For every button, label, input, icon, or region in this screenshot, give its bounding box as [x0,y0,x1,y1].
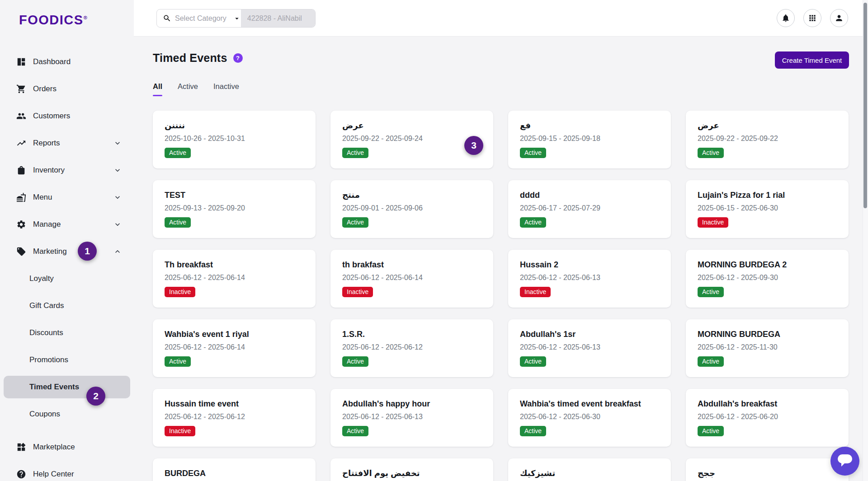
event-dates: 2025-06-12 - 2025-09-30 [698,274,837,282]
sidebar-item-label: Discounts [29,328,63,337]
sidebar-item-manage[interactable]: Manage [0,211,134,238]
category-select-label: Select Category [175,14,226,23]
status-badge: Active [165,217,191,228]
status-badge: Inactive [342,287,373,297]
sidebar-item-promotions[interactable]: Promotions [0,346,134,374]
branch-search-input[interactable] [241,9,315,27]
sidebar-item-help-center[interactable]: Help Center [0,461,134,481]
create-timed-event-button[interactable]: Create Timed Event [775,51,849,69]
sidebar-item-label: Loyalty [29,274,54,283]
status-badge: Active [698,287,724,297]
event-card[interactable]: تشيزكيك [508,458,671,481]
help-icon[interactable]: ? [233,53,243,63]
event-card[interactable]: 1.S.R.2025-06-12 - 2025-06-12Active [330,319,493,377]
sidebar-nav: DashboardOrdersCustomersReportsInventory… [0,48,134,481]
event-card[interactable]: Hussain 22025-06-12 - 2025-06-13Inactive [508,250,671,308]
event-card[interactable]: عرض2025-09-22 - 2025-09-24Active3 [330,111,493,168]
event-dates: 2025-06-12 - 2025-06-12 [342,343,481,351]
event-dates: 2025-06-12 - 2025-06-30 [520,413,659,421]
event-card[interactable]: dddd2025-06-17 - 2025-07-29Active [508,180,671,238]
event-title: ننننن [165,120,304,131]
sidebar-item-orders[interactable]: Orders [0,75,134,103]
sidebar: FOODICS® DashboardOrdersCustomersReports… [0,0,134,481]
scrollbar[interactable] [863,0,868,481]
event-card[interactable]: تخفيض يوم الافتتاح [330,458,493,481]
sidebar-item-label: Orders [33,84,57,93]
sidebar-item-label: Reports [33,139,60,148]
page-head: Timed Events ? [153,51,243,65]
sidebar-item-gift-cards[interactable]: Gift Cards [0,292,134,319]
event-title: Abdullah's 1sr [520,329,659,340]
chevron-down-icon [113,220,122,229]
event-card[interactable]: MORNING BURDEGA 22025-06-12 - 2025-09-30… [686,250,849,308]
sidebar-item-menu[interactable]: Menu [0,184,134,211]
sidebar-item-discounts[interactable]: Discounts [0,319,134,346]
sidebar-item-timed-events[interactable]: Timed Events2 [0,374,134,401]
event-card[interactable]: th brakfast2025-06-12 - 2025-06-14Inacti… [330,250,493,308]
event-title: th brakfast [342,259,481,270]
sidebar-item-coupons[interactable]: Coupons [0,401,134,428]
sidebar-item-label: Customers [33,112,70,121]
chevron-down-icon [113,166,122,175]
event-card[interactable]: عرض2025-09-22 - 2025-09-22Active [686,111,849,168]
event-card[interactable]: Abdullah's happy hour2025-06-12 - 2025-0… [330,389,493,447]
event-title: MORNING BURDEGA [698,329,837,340]
cart-icon [16,84,26,94]
event-title: Wahbia's event 1 riyal [165,329,304,340]
tab-all[interactable]: All [153,82,162,96]
annotation-badge-1: 1 [78,242,97,261]
category-select[interactable]: Select Category [157,9,241,27]
food-icon [16,192,26,202]
event-card[interactable]: MORNING BURDEGA2025-06-12 - 2025-11-30Ac… [686,319,849,377]
sidebar-item-label: Marketing [33,247,67,256]
event-card[interactable]: منتج2025-09-01 - 2025-09-06Active [330,180,493,238]
sidebar-item-label: Help Center [33,470,74,479]
main-content: Timed Events ? Create Timed Event AllAct… [134,37,868,481]
tab-active[interactable]: Active [178,82,198,96]
event-card[interactable]: TEST2025-09-13 - 2025-09-20Active [153,180,316,238]
sidebar-item-label: Coupons [29,410,60,419]
chevron-up-icon [113,247,122,256]
event-card[interactable]: Abdullah's 1sr2025-06-12 - 2025-06-13Act… [508,319,671,377]
notifications-button[interactable] [777,9,795,27]
event-card[interactable]: Hussain time event2025-06-12 - 2025-06-1… [153,389,316,447]
event-card[interactable]: ننننن2025-10-26 - 2025-10-31Active [153,111,316,168]
event-title: ججج [698,468,837,479]
event-dates: 2025-09-13 - 2025-09-20 [165,204,304,212]
apps-button[interactable] [803,9,821,27]
sidebar-item-customers[interactable]: Customers [0,103,134,130]
sidebar-item-loyalty[interactable]: Loyalty [0,265,134,292]
event-card[interactable]: Abdullah's breakfast2025-06-12 - 2025-06… [686,389,849,447]
sidebar-item-inventory[interactable]: Inventory [0,157,134,184]
sidebar-item-reports[interactable]: Reports [0,130,134,157]
event-title: عرض [342,120,481,131]
event-card[interactable]: Wahbia's timed event breakfast2025-06-12… [508,389,671,447]
scrollbar-thumb[interactable] [863,3,867,208]
event-card[interactable]: Lujain's Pizza for 1 rial2025-06-15 - 20… [686,180,849,238]
chat-button[interactable] [830,447,859,476]
event-dates: 2025-06-12 - 2025-06-13 [520,343,659,351]
event-card[interactable]: ججج [686,458,849,481]
sidebar-item-marketing[interactable]: Marketing1 [0,238,134,265]
status-badge: Active [698,426,724,436]
event-title: MORNING BURDEGA 2 [698,259,837,270]
account-button[interactable] [830,9,848,27]
logo-trademark: ® [84,15,88,20]
status-badge: Inactive [165,426,195,436]
sidebar-item-dashboard[interactable]: Dashboard [0,48,134,75]
event-dates: 2025-06-12 - 2025-06-14 [165,274,304,282]
sidebar-item-label: Dashboard [33,57,71,66]
gear-icon [16,219,26,229]
foodics-logo[interactable]: FOODICS® [19,13,88,28]
tab-inactive[interactable]: Inactive [213,82,239,96]
event-card[interactable]: Wahbia's event 1 riyal2025-06-12 - 2025-… [153,319,316,377]
status-badge: Active [342,356,368,367]
event-title: 1.S.R. [342,329,481,340]
event-dates: 2025-06-15 - 2025-06-30 [698,204,837,212]
event-title: فع [520,120,659,131]
sidebar-item-marketplace[interactable]: Marketplace [0,434,134,461]
event-card[interactable]: فع2025-09-15 - 2025-09-18Active [508,111,671,168]
event-card[interactable]: Th breakfast2025-06-12 - 2025-06-14Inact… [153,250,316,308]
event-card[interactable]: BURDEGA [153,458,316,481]
status-badge: Active [342,217,368,228]
